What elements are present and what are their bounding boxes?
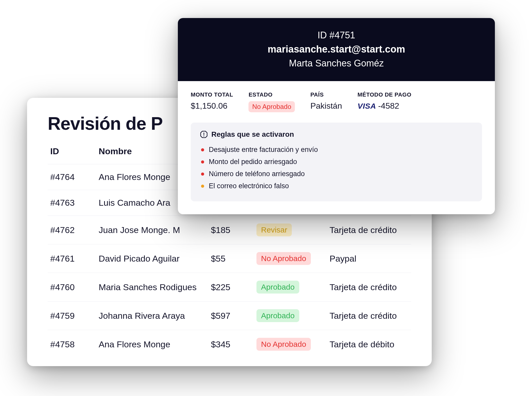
rule-item: Número de teléfono arriesgado — [201, 168, 473, 180]
rule-item: Desajuste entre facturación y envío — [201, 144, 473, 156]
cell-status: No Aprobado — [254, 330, 327, 359]
metric-payment: MÉTODO DE PAGO VISA -4582 — [358, 91, 411, 111]
status-badge: Revisar — [256, 223, 292, 236]
rule-item: El correo electrónico falso — [201, 180, 473, 192]
order-detail-header: ID #4751 mariasanche.start@start.com Mar… — [178, 18, 495, 81]
order-email: mariasanche.start@start.com — [183, 44, 490, 55]
rules-list: Desajuste entre facturación y envíoMonto… — [200, 144, 473, 192]
order-id: ID #4751 — [183, 30, 490, 41]
metric-status: ESTADO No Aprobado — [248, 91, 295, 112]
cell-name: Maria Sanches Rodigues — [96, 273, 208, 302]
triggered-rules-panel: Reglas que se activaron Desajuste entre … — [191, 123, 482, 201]
svg-point-2 — [203, 136, 204, 137]
cell-payment-method: Tarjeta de crédito — [327, 273, 411, 302]
cell-payment-method: Tarjeta de débito — [327, 330, 411, 359]
metric-total-label: MONTO TOTAL — [191, 91, 233, 98]
status-badge: Aprobado — [256, 281, 299, 294]
cell-id: #4760 — [48, 273, 96, 302]
table-row[interactable]: #4759Johanna Rivera Araya$597AprobadoTar… — [48, 302, 411, 330]
cell-payment-method: Tarjeta de crédito — [327, 302, 411, 330]
cell-id: #4759 — [48, 302, 96, 330]
cell-id: #4764 — [48, 164, 96, 190]
metric-total-value: $1,150.06 — [191, 101, 233, 111]
cell-name: Juan Jose Monge. M — [96, 216, 208, 244]
status-badge: Aprobado — [256, 309, 299, 322]
rules-title: Reglas que se activaron — [211, 130, 294, 139]
warning-icon — [200, 131, 208, 138]
table-row[interactable]: #4761David Picado Aguilar$55No AprobadoP… — [48, 244, 411, 273]
cell-id: #4761 — [48, 244, 96, 273]
visa-logo-icon: VISA — [358, 102, 376, 110]
table-row[interactable]: #4762Juan Jose Monge. M$185RevisarTarjet… — [48, 216, 411, 244]
cell-payment-method: Tarjeta de crédito — [327, 216, 411, 244]
cell-status: No Aprobado — [254, 244, 327, 273]
card-last4: -4582 — [378, 101, 399, 111]
metric-country: PAÍS Pakistán — [310, 91, 342, 111]
order-detail-card: ID #4751 mariasanche.start@start.com Mar… — [178, 18, 495, 214]
rule-item: Monto del pedido arriesgado — [201, 156, 473, 168]
status-badge: No Aprobado — [248, 101, 295, 112]
metric-country-label: PAÍS — [310, 91, 342, 98]
cell-status: Revisar — [254, 216, 327, 244]
metric-country-value: Pakistán — [310, 101, 342, 111]
cell-id: #4763 — [48, 190, 96, 216]
column-header-id[interactable]: ID — [48, 142, 96, 164]
cell-name: Johanna Rivera Araya — [96, 302, 208, 330]
metric-payment-label: MÉTODO DE PAGO — [358, 91, 411, 98]
table-row[interactable]: #4760Maria Sanches Rodigues$225AprobadoT… — [48, 273, 411, 302]
cell-payment-method: Paypal — [327, 244, 411, 273]
cell-status: Aprobado — [254, 273, 327, 302]
metric-status-label: ESTADO — [248, 91, 295, 98]
cell-id: #4762 — [48, 216, 96, 244]
order-metrics: MONTO TOTAL $1,150.06 ESTADO No Aprobado… — [191, 91, 482, 112]
cell-amount: $597 — [208, 302, 254, 330]
cell-amount: $185 — [208, 216, 254, 244]
order-customer-name: Marta Sanches Goméz — [183, 58, 490, 69]
status-badge: No Aprobado — [256, 338, 311, 351]
cell-amount: $225 — [208, 273, 254, 302]
cell-name: Ana Flores Monge — [96, 330, 208, 359]
cell-id: #4758 — [48, 330, 96, 359]
status-badge: No Aprobado — [256, 252, 311, 265]
cell-amount: $55 — [208, 244, 254, 273]
cell-status: Aprobado — [254, 302, 327, 330]
cell-name: David Picado Aguilar — [96, 244, 208, 273]
table-row[interactable]: #4758Ana Flores Monge$345No AprobadoTarj… — [48, 330, 411, 359]
metric-total: MONTO TOTAL $1,150.06 — [191, 91, 233, 111]
cell-amount: $345 — [208, 330, 254, 359]
